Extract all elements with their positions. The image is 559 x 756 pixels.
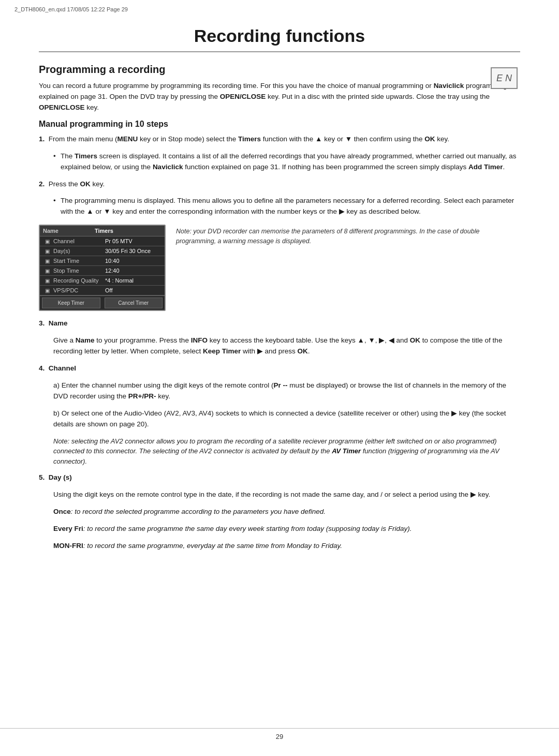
row-label-channel: Channel bbox=[53, 238, 105, 244]
day-note-mon-fri: MON-FRI: to record the same programme, e… bbox=[53, 541, 520, 552]
step-3: 3. Name Give a Name to your programme. P… bbox=[39, 318, 520, 357]
screen-buttons: Keep Timer Cancel Timer bbox=[40, 295, 165, 310]
page-title: Recording functions bbox=[39, 26, 520, 52]
watermark-text: 2_DTH8060_en.qxd 17/08/05 12:22 Page 29 bbox=[14, 6, 128, 12]
page-container: 2_DTH8060_en.qxd 17/08/05 12:22 Page 29 … bbox=[0, 0, 559, 756]
screen-row-channel: ▣ Channel Pr 05 MTV bbox=[40, 236, 165, 246]
row-icon-channel: ▣ bbox=[43, 239, 51, 244]
section-title: Programming a recording bbox=[39, 64, 520, 76]
row-icon-start-time: ▣ bbox=[43, 258, 51, 264]
keep-timer-button[interactable]: Keep Timer bbox=[42, 298, 100, 308]
screen-header-label: Name bbox=[43, 228, 95, 234]
page-number: 29 bbox=[276, 733, 283, 740]
screen-image: Name Timers ▣ Channel Pr 05 MTV ▣ Day(s)… bbox=[39, 225, 166, 311]
row-value-vps-pdc: Off bbox=[105, 287, 161, 293]
day-note-once: Once: to record the selected programme a… bbox=[53, 507, 520, 517]
row-label-vps-pdc: VPS/PDC bbox=[53, 287, 105, 293]
subsection-title: Manual programming in 10 steps bbox=[39, 120, 520, 129]
row-icon-days: ▣ bbox=[43, 248, 51, 254]
step-2-bullets: The programming menu is displayed. This … bbox=[53, 196, 520, 217]
screen-row-recording-quality: ▣ Recording Quality *4 : Normal bbox=[40, 276, 165, 286]
step-4: 4. Channel a) Enter the channel number u… bbox=[39, 363, 520, 466]
screen-row-vps-pdc: ▣ VPS/PDC Off bbox=[40, 286, 165, 295]
screen-note-row: Name Timers ▣ Channel Pr 05 MTV ▣ Day(s)… bbox=[39, 225, 520, 311]
page-footer: 29 bbox=[0, 728, 559, 740]
screen-header-row: Name Timers bbox=[40, 226, 165, 236]
row-value-recording-quality: *4 : Normal bbox=[105, 277, 161, 284]
step-5: 5. Day (s) Using the digit keys on the r… bbox=[39, 472, 520, 552]
row-icon-recording-quality: ▣ bbox=[43, 278, 51, 284]
day-note-every-fri: Every Fri: to record the same programme … bbox=[53, 524, 520, 535]
step-1: 1. From the main menu (MENU key or in St… bbox=[39, 134, 520, 173]
step-1-bullets: The Timers screen is displayed. It conta… bbox=[53, 151, 520, 173]
en-badge: E N bbox=[491, 67, 518, 89]
cancel-timer-button[interactable]: Cancel Timer bbox=[105, 298, 163, 308]
row-value-start-time: 10:40 bbox=[105, 258, 161, 264]
step-2: 2. Press the OK key. The programming men… bbox=[39, 179, 520, 218]
row-value-channel: Pr 05 MTV bbox=[105, 238, 161, 244]
row-icon-stop-time: ▣ bbox=[43, 268, 51, 274]
step-4-note: Note: selecting the AV2 connector allows… bbox=[53, 436, 520, 467]
screen-row-days: ▣ Day(s) 30/05 Fri 30 Once bbox=[40, 246, 165, 256]
screen-row-stop-time: ▣ Stop Time 12:40 bbox=[40, 266, 165, 276]
row-value-days: 30/05 Fri 30 Once bbox=[105, 248, 161, 254]
screen-header-value: Timers bbox=[95, 228, 161, 234]
row-label-recording-quality: Recording Quality bbox=[53, 277, 105, 284]
main-content: Recording functions Programming a record… bbox=[0, 0, 559, 589]
intro-text: You can record a future programme by pro… bbox=[39, 81, 520, 113]
header-watermark: 2_DTH8060_en.qxd 17/08/05 12:22 Page 29 bbox=[14, 6, 128, 12]
row-icon-vps-pdc: ▣ bbox=[43, 288, 51, 293]
step-1-bullet-1: The Timers screen is displayed. It conta… bbox=[53, 151, 520, 173]
screen-row-start-time: ▣ Start Time 10:40 bbox=[40, 256, 165, 266]
row-label-stop-time: Stop Time bbox=[53, 268, 105, 274]
row-value-stop-time: 12:40 bbox=[105, 268, 161, 274]
row-label-start-time: Start Time bbox=[53, 258, 105, 264]
screen-note-text: Note: your DVD recorder can memorise the… bbox=[176, 225, 520, 246]
step-2-bullet-1: The programming menu is displayed. This … bbox=[53, 196, 520, 217]
row-label-days: Day(s) bbox=[53, 248, 105, 254]
